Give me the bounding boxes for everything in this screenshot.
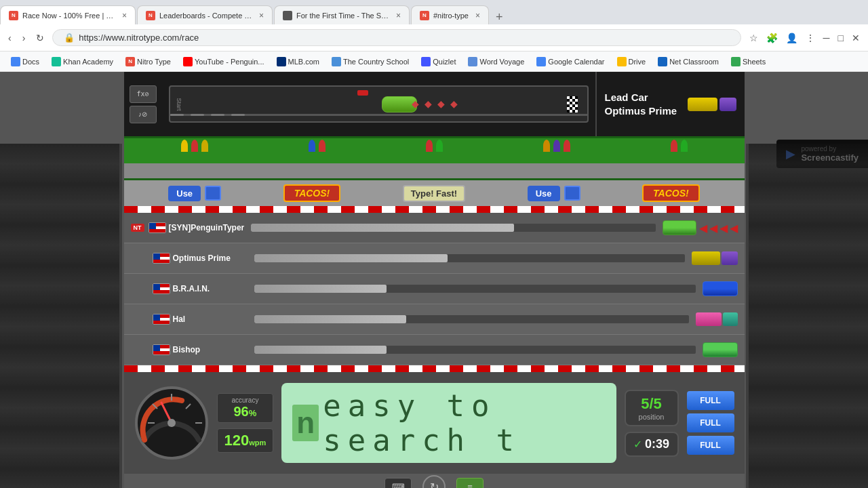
position-label: position [635,413,668,421]
right-tire-bar [746,144,868,488]
browser-chrome: N Race Now - 100% Free | Nitro Ty... × N… [0,0,868,72]
tab-bar: N Race Now - 100% Free | Nitro Ty... × N… [0,0,868,24]
racer-row: Hal [124,304,745,335]
accuracy-label: accuracy [224,396,267,404]
typing-display[interactable]: n easy to search t [281,383,616,463]
racer-row: Optimus Prime [124,243,745,274]
toolbar-refresh-button[interactable]: ↻ [422,475,446,488]
remaining-text: easy to search t [323,388,605,458]
racer-row: NT [SYN]PenguinTyper ◀ [124,213,745,243]
svg-point-7 [167,419,176,427]
music-button[interactable]: ♪⊘ [130,106,157,123]
bookmark-nitro[interactable]: N Nitro Type [120,55,176,68]
bookmark-quizlet[interactable]: Quizlet [416,55,461,68]
use-button-2[interactable]: Use [528,186,560,201]
lock-icon: 🔒 [64,33,75,43]
powerup-icon-2 [564,186,580,201]
full-button-2[interactable]: FULL [687,413,734,432]
full-button-3[interactable]: FULL [687,436,734,455]
bookmark-netclassroom[interactable]: Net Classroom [652,55,724,68]
close-button[interactable]: ✕ [849,30,863,46]
tab-1[interactable]: N Race Now - 100% Free | Nitro Ty... × [0,5,136,24]
timer-icon: ✓ [633,438,642,451]
bottom-toolbar: ⌨ ↻ ≡ [124,474,745,488]
racer-name-1: [SYN]PenguinTyper [169,223,245,232]
bookmark-docs[interactable]: Docs [5,55,45,68]
reload-button[interactable]: ↻ [33,30,47,46]
accuracy-value: 96 [233,404,248,419]
position-value: 5/5 [635,395,668,413]
racer-row: B.R.A.I.N. [124,274,745,304]
profile-button[interactable]: 👤 [783,30,800,46]
typed-chars: n [292,405,319,441]
lead-car-line1: Lead Car [605,91,681,104]
type-fast-button[interactable]: Type! Fast! [403,185,465,202]
race-divider-bottom [124,365,745,372]
lead-car-line2: Optimus Prime [605,104,681,118]
racer-name-3: B.R.A.I.N. [173,284,248,293]
racer-name-4: Hal [173,314,248,324]
tab-3[interactable]: For the First Time - The Scri... × [274,5,410,24]
bookmark-drive[interactable]: Drive [612,55,652,68]
bookmark-gcal[interactable]: Google Calendar [531,55,610,68]
url-text: https://www.nitrotype.com/race [79,33,199,43]
bookmark-youtube[interactable]: YouTube - Penguin... [178,55,270,68]
close-tab-4[interactable]: × [475,11,480,20]
bookmark-sheets[interactable]: Sheets [726,55,771,68]
tab-2[interactable]: N Leaderboards - Compete in Real... × [137,5,273,24]
maximize-button[interactable]: □ [835,30,846,46]
extensions-button[interactable]: 🧩 [764,30,781,46]
new-tab-button[interactable]: + [490,10,509,24]
tacos-button-2[interactable]: TACOS! [642,184,700,202]
tacos-button-1[interactable]: TACOS! [283,184,341,202]
toolbar-menu-button[interactable]: ≡ [456,478,484,488]
full-button-1[interactable]: FULL [687,391,734,410]
menu-button[interactable]: ⋮ [803,30,818,46]
timer-value: 0:39 [645,437,669,451]
close-tab-2[interactable]: × [259,11,264,20]
close-tab-1[interactable]: × [122,11,127,20]
wpm-value: 120 [224,432,250,449]
forward-button[interactable]: › [20,30,28,46]
racer-row: Bishop [124,335,745,365]
browser-actions: ☆ 🧩 👤 ⋮ ─ □ ✕ [747,30,863,46]
speedometer [134,386,209,460]
tab-4[interactable]: N #nitro-type × [411,5,489,24]
fx-button[interactable]: fx⊘ [130,85,157,103]
race-divider [124,206,745,213]
toolbar-keyboard-button[interactable]: ⌨ [384,478,412,488]
close-tab-3[interactable]: × [396,11,401,20]
left-tire-bar [0,144,122,488]
bookmark-khan[interactable]: Khan Academy [46,55,119,68]
accuracy-unit: % [249,408,257,418]
bookmark-wordvoyage[interactable]: Word Voyage [462,55,530,68]
address-bar[interactable]: 🔒 https://www.nitrotype.com/race [52,29,741,46]
minimize-button[interactable]: ─ [821,30,833,46]
powerup-icon-1 [205,186,221,201]
bookmark-star-button[interactable]: ☆ [747,30,761,46]
racer-name-5: Bishop [173,345,248,354]
wpm-unit: wpm [249,439,266,447]
bookmarks-bar: Docs Khan Academy N Nitro Type YouTube -… [0,52,868,72]
bookmark-mlb[interactable]: MLB.com [271,55,325,68]
racers-list: NT [SYN]PenguinTyper ◀ [124,213,745,365]
bookmark-country[interactable]: The Country School [326,55,414,68]
back-button[interactable]: ‹ [5,30,14,46]
address-bar-row: ‹ › ↻ 🔒 https://www.nitrotype.com/race ☆… [0,24,868,52]
racer-name-2: Optimus Prime [173,253,248,263]
use-button-1[interactable]: Use [168,186,201,201]
